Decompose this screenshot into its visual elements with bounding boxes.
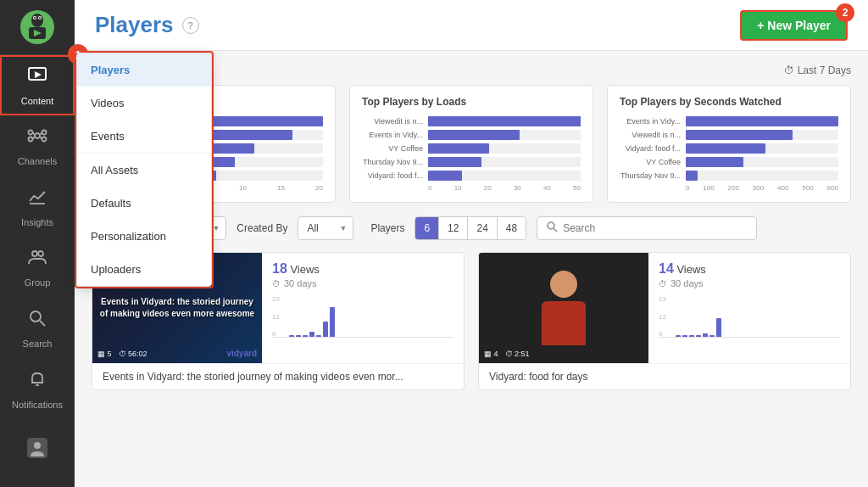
dropdown-item-uploaders[interactable]: Uploaders [77, 253, 211, 286]
chart-top-loads: Top Players by Loads Viewedit is n... Ev… [349, 85, 593, 203]
perpage-12-btn[interactable]: 12 [439, 217, 468, 239]
card-1-duration: ⏱ 56:02 [119, 350, 147, 358]
player-card-2[interactable]: ▦ 4 ⏱ 2:51 14 Views ⏱ 30 days [478, 252, 851, 390]
dropdown-item-videos[interactable]: Videos [77, 87, 211, 120]
sidebar-item-group[interactable]: Group [0, 238, 75, 299]
svg-line-28 [554, 229, 558, 232]
main-content: Players ? + New Player 2 ⏱ Last 7 Days T… [75, 0, 868, 487]
chart-seconds-bars: Events in Vidy... Viewedit is n... Vidya… [620, 116, 838, 181]
card-1-time: ⏱ 30 days [272, 278, 453, 288]
search-box [537, 216, 757, 240]
card-2-meta: ▦ 4 ⏱ 2:51 [484, 350, 530, 358]
clock-icon: ⏱ [784, 64, 794, 76]
sidebar-item-group-label: Group [25, 277, 51, 288]
dropdown-item-personalization[interactable]: Personalization [77, 220, 211, 253]
svg-point-26 [34, 442, 41, 449]
channels-icon [27, 126, 47, 151]
vidyard-logo [19, 8, 56, 46]
svg-point-22 [31, 311, 41, 322]
sidebar: Content Channels Insights [0, 0, 75, 487]
bar-row: VY Coffee [620, 157, 838, 167]
svg-point-27 [548, 222, 554, 229]
card-2-top: ▦ 4 ⏱ 2:51 14 Views ⏱ 30 days [479, 253, 850, 363]
content-icon [27, 65, 47, 91]
card-1-mini-chart: 23 12 0 [272, 295, 453, 346]
time-range-label: ⏱ Last 7 Days [784, 64, 851, 76]
dropdown-menu: Players Videos Events All Assets Default… [76, 53, 212, 287]
svg-point-21 [38, 251, 43, 256]
dropdown-item-players[interactable]: Players [77, 53, 211, 87]
bar-row: Events in Vidy... [620, 116, 838, 126]
perpage-group: 6 12 24 48 [415, 216, 526, 240]
dropdown-item-defaults[interactable]: Defaults [77, 187, 211, 220]
new-player-badge: 2 [836, 3, 854, 22]
created-by-select-wrapper: All Me Team [298, 216, 353, 240]
sidebar-item-content[interactable]: Content [0, 55, 75, 116]
sidebar-item-notifications-label: Notifications [12, 400, 63, 410]
svg-marker-9 [35, 71, 42, 78]
search-icon [546, 221, 558, 236]
bar-row: Vidyard: food f... [620, 143, 838, 154]
svg-point-20 [32, 251, 37, 256]
card-1-title: Events in Vidyard: the storied journey o… [92, 363, 464, 389]
group-icon [27, 247, 47, 272]
dropdown-overlay: 1 Players Videos Events All Assets Defau… [75, 51, 214, 288]
card-1-stats: 18 Views ⏱ 30 days 23 12 0 [262, 253, 464, 363]
person-body [542, 301, 586, 345]
header-left: Players ? [95, 12, 199, 38]
chart-loads-bars: Viewedit is n... Events in Vidy... VY Co… [362, 116, 581, 181]
card-2-mini-chart: 23 12 0 [659, 295, 840, 346]
players-filter-label: Players [370, 222, 404, 234]
help-button[interactable]: ? [182, 17, 199, 34]
svg-line-23 [40, 321, 45, 326]
dropdown-item-all-assets[interactable]: All Assets [77, 153, 211, 187]
bar-row: VY Coffee [362, 143, 581, 154]
sidebar-item-insights-label: Insights [21, 217, 53, 227]
perpage-48-btn[interactable]: 48 [498, 217, 526, 239]
sidebar-item-content-label: Content [21, 96, 54, 106]
created-by-select[interactable]: All Me Team [298, 216, 353, 240]
insights-icon [27, 187, 47, 212]
card-2-time: ⏱ 30 days [659, 278, 840, 288]
header: Players ? + New Player 2 [75, 0, 868, 51]
created-by-label: Created By [236, 222, 287, 234]
sidebar-item-search[interactable]: Search [0, 298, 75, 359]
sidebar-logo [0, 0, 75, 55]
sidebar-item-insights[interactable]: Insights [0, 176, 75, 238]
card-2-duration: ⏱ 2:51 [505, 350, 530, 358]
svg-line-18 [40, 137, 42, 139]
svg-line-15 [33, 132, 36, 135]
user-avatar-icon [25, 436, 49, 463]
person-head [550, 271, 577, 298]
perpage-6-btn[interactable]: 6 [415, 217, 439, 239]
svg-line-17 [33, 137, 36, 139]
svg-point-14 [42, 137, 47, 142]
bar-row: Vidyard: food f... [362, 171, 581, 181]
bar-row: Viewedit is n... [620, 130, 838, 140]
bar-row: Viewedit is n... [362, 116, 581, 126]
sidebar-item-search-label: Search [23, 339, 53, 349]
new-player-button[interactable]: + New Player [740, 10, 848, 41]
bar-row: Thursday Nov 9... [620, 171, 838, 181]
search-input[interactable] [563, 217, 748, 239]
sidebar-item-user[interactable] [0, 419, 75, 480]
vidyard-thumb-logo: vidyard [226, 349, 257, 358]
chart-loads-title: Top Players by Loads [362, 96, 581, 108]
card-1-clips: ▦ 5 [97, 350, 112, 358]
card-2-thumbnail: ▦ 4 ⏱ 2:51 [479, 253, 648, 363]
card-2-views: 14 Views [659, 261, 840, 277]
svg-point-4 [34, 17, 36, 19]
svg-point-12 [42, 131, 47, 135]
card-1-views: 18 Views [272, 261, 453, 277]
bar-row: Events in Vidy... [362, 130, 581, 140]
page-title: Players [95, 12, 174, 38]
dropdown-item-events[interactable]: Events [77, 120, 211, 153]
dropdown-wrapper: 1 Players Videos Events All Assets Defau… [75, 51, 214, 288]
bar-row: Thursday Nov 9... [362, 157, 581, 167]
card-1-thumb-text: Events in Vidyard: the storied journey o… [92, 289, 262, 327]
svg-point-10 [35, 133, 40, 138]
sidebar-item-notifications[interactable]: Notifications [0, 359, 75, 420]
sidebar-item-channels[interactable]: Channels [0, 115, 75, 176]
perpage-24-btn[interactable]: 24 [468, 217, 497, 239]
search-icon [27, 308, 47, 333]
